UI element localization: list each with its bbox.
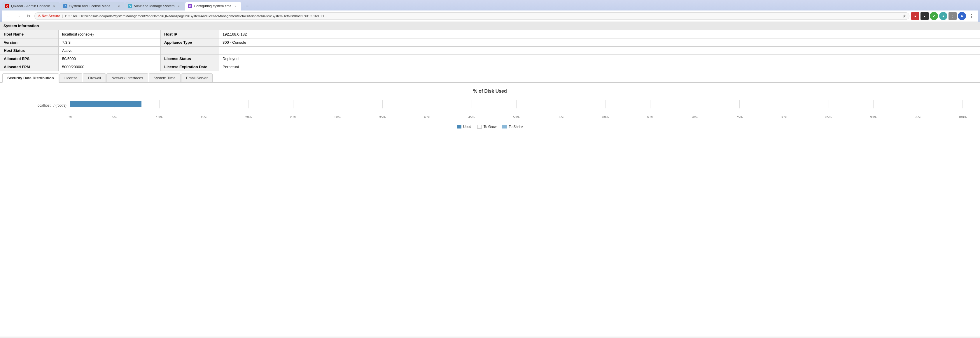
tab-favicon-tab2: S: [63, 4, 67, 8]
new-tab-button[interactable]: +: [243, 2, 251, 10]
section-title: System Information: [0, 22, 980, 30]
info-label-right: [161, 47, 219, 55]
url-separator: |: [62, 14, 63, 18]
tab-title-tab4: Configuring system time: [194, 4, 232, 8]
x-tick-85%: 85%: [826, 115, 832, 119]
browser-actions: ■ ● ✓ ● ⋮ A ⋮: [911, 12, 975, 20]
tab-title-tab1: QRadar - Admin Console: [11, 4, 50, 8]
reload-button[interactable]: ↻: [24, 12, 33, 20]
info-label-left: Host Name: [0, 30, 59, 38]
tab-nav-time[interactable]: System Time: [149, 73, 181, 82]
user-avatar[interactable]: A: [958, 12, 966, 20]
grid-line: [650, 100, 651, 108]
grid-line: [695, 100, 695, 108]
x-tick-10%: 10%: [156, 115, 162, 119]
grid-line: [382, 100, 383, 108]
url-display[interactable]: 192.168.0.182/console/do/qradar/systemMa…: [64, 14, 900, 18]
back-button[interactable]: ←: [5, 12, 13, 20]
info-value-left: 50/5000: [59, 55, 161, 63]
browser-tab-tab1[interactable]: QQRadar - Admin Console×: [2, 2, 60, 11]
grid-line: [829, 100, 829, 108]
page-content: System Information Host Namelocalhost (c…: [0, 22, 980, 336]
x-tick-30%: 30%: [334, 115, 341, 119]
x-tick-45%: 45%: [468, 115, 475, 119]
tab-close-tab2[interactable]: ×: [116, 4, 121, 8]
legend-item-to-grow: To Grow: [477, 125, 497, 129]
tab-favicon-tab3: V: [128, 4, 132, 8]
x-tick-70%: 70%: [692, 115, 698, 119]
x-tick-75%: 75%: [736, 115, 743, 119]
extension-teal[interactable]: ●: [939, 12, 947, 20]
x-tick-55%: 55%: [558, 115, 564, 119]
x-tick-100%: 100%: [958, 115, 967, 119]
legend-item-to-shrink: To Shrink: [502, 125, 523, 129]
info-label-right: Appliance Type: [161, 38, 219, 47]
tab-bar: QQRadar - Admin Console×SSystem and Lice…: [2, 2, 978, 11]
security-indicator: ⚠ Not Secure: [38, 14, 60, 18]
browser-tab-tab3[interactable]: VView and Manage System×: [125, 2, 185, 11]
x-tick-90%: 90%: [870, 115, 877, 119]
tab-favicon-tab4: C: [188, 4, 192, 8]
legend-label-to-shrink: To Shrink: [509, 125, 523, 129]
system-info-table: Host Namelocalhost (console)Host IP192.1…: [0, 30, 980, 71]
grid-line: [561, 100, 561, 108]
browser-tab-tab4[interactable]: CConfiguring system time×: [185, 2, 242, 11]
legend-box-to-shrink: [502, 125, 507, 129]
extension-red[interactable]: ■: [911, 12, 920, 20]
tab-nav-network[interactable]: Network Interfaces: [107, 73, 148, 82]
info-row: Host Namelocalhost (console)Host IP192.1…: [0, 30, 980, 38]
tab-favicon-tab1: Q: [5, 4, 10, 8]
info-row: Version7.3.3Appliance Type300 - Console: [0, 38, 980, 47]
info-label-right: Host IP: [161, 30, 219, 38]
browser-menu-button[interactable]: ⋮: [967, 12, 975, 20]
x-tick-15%: 15%: [200, 115, 207, 119]
disk-usage-bar: [70, 101, 142, 107]
extension-green[interactable]: ✓: [930, 12, 938, 20]
grid-line: [204, 100, 204, 108]
extension-dark[interactable]: ●: [921, 12, 929, 20]
tab-close-tab3[interactable]: ×: [177, 4, 181, 8]
info-value-right: 192.168.0.182: [219, 30, 980, 38]
info-value-right: Deployed: [219, 55, 980, 63]
x-axis: 0%5%10%15%20%25%30%35%40%45%50%55%60%65%…: [70, 114, 963, 120]
x-tick-5%: 5%: [112, 115, 117, 119]
info-value-right: 300 - Console: [219, 38, 980, 47]
x-tick-0%: 0%: [68, 115, 72, 119]
info-value-left: localhost (console): [59, 30, 161, 38]
x-tick-95%: 95%: [915, 115, 921, 119]
legend-label-to-grow: To Grow: [484, 125, 497, 129]
forward-button[interactable]: →: [14, 12, 23, 20]
chart-bar-label: localhost : / (rootfs): [18, 103, 70, 108]
browser-tab-tab2[interactable]: SSystem and License Managem...×: [60, 2, 124, 11]
x-axis-container: 0%5%10%15%20%25%30%35%40%45%50%55%60%65%…: [18, 114, 963, 120]
grid-line: [248, 100, 249, 108]
tab-nav-security[interactable]: Security Data Distribution: [2, 73, 59, 83]
tab-title-tab2: System and License Managem...: [69, 4, 115, 8]
grid-line: [963, 100, 963, 108]
grid-line: [873, 100, 873, 108]
tab-nav-license[interactable]: License: [59, 73, 83, 82]
legend-box-to-grow: [477, 125, 482, 129]
info-value-right: Perpetual: [219, 63, 980, 71]
chart-area: % of Disk Used localhost : / (rootfs) 0%…: [0, 83, 980, 135]
tab-nav-firewall[interactable]: Firewall: [83, 73, 106, 82]
info-row: Host StatusActive: [0, 47, 980, 55]
tab-close-tab4[interactable]: ×: [233, 4, 238, 8]
info-value-left: 5000/200000: [59, 63, 161, 71]
info-value-left: 7.3.3: [59, 38, 161, 47]
bookmark-icon[interactable]: ★: [902, 14, 906, 18]
x-tick-50%: 50%: [513, 115, 519, 119]
x-tick-80%: 80%: [781, 115, 787, 119]
chart-bar-row: localhost : / (rootfs): [18, 100, 963, 111]
legend-item-used: Used: [457, 125, 471, 129]
chart-container: localhost : / (rootfs) 0%5%10%15%20%25%3…: [12, 100, 968, 120]
grid-line: [516, 100, 517, 108]
tab-close-tab1[interactable]: ×: [52, 4, 56, 8]
info-label-left: Host Status: [0, 47, 59, 55]
address-bar: ⚠ Not Secure | 192.168.0.182/console/do/…: [34, 12, 909, 20]
extension-grid[interactable]: ⋮: [948, 12, 957, 20]
info-value-right: [219, 47, 980, 55]
browser-chrome: QQRadar - Admin Console×SSystem and Lice…: [0, 0, 980, 22]
grid-line: [293, 100, 293, 108]
tab-nav-email[interactable]: Email Server: [181, 73, 213, 82]
